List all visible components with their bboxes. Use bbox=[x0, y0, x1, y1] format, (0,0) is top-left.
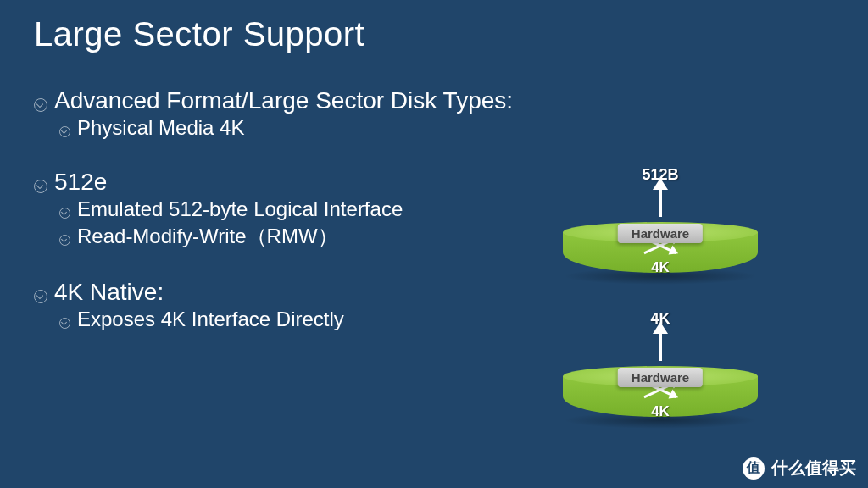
diagram-bottom-label: 4K bbox=[651, 403, 670, 420]
bullet-level1: 4K Native: bbox=[34, 279, 517, 306]
bullet-text: Advanced Format/Large Sector Disk Types: bbox=[54, 87, 513, 114]
watermark-text: 什么值得买 bbox=[771, 457, 856, 480]
diagrams-container: 512B Hardware 4K 4K Hardware 4K bbox=[563, 166, 758, 454]
bullet-text: Exposes 4K Interface Directly bbox=[77, 308, 344, 331]
bullet-level1: 512e bbox=[34, 169, 517, 196]
arrow-up-icon bbox=[659, 330, 662, 361]
arrow-up-icon bbox=[659, 186, 662, 217]
watermark: 值 什么值得买 bbox=[743, 457, 856, 480]
bullet-level2: Physical Media 4K bbox=[59, 116, 517, 140]
bullet-icon bbox=[59, 235, 70, 246]
hardware-label: Hardware bbox=[618, 224, 703, 243]
watermark-badge-icon: 值 bbox=[743, 458, 765, 480]
content-area: Advanced Format/Large Sector Disk Types:… bbox=[0, 53, 517, 331]
bullet-icon bbox=[34, 180, 47, 193]
bullet-text: Physical Media 4K bbox=[77, 116, 244, 140]
bullet-level2: Exposes 4K Interface Directly bbox=[59, 308, 517, 331]
hardware-label: Hardware bbox=[618, 368, 703, 387]
bullet-level1: Advanced Format/Large Sector Disk Types: bbox=[34, 87, 517, 114]
bullet-icon bbox=[59, 126, 70, 137]
bullet-text: Read-Modify-Write（RMW） bbox=[77, 223, 338, 250]
bullet-text: 4K Native: bbox=[54, 279, 164, 306]
bullet-level2: Read-Modify-Write（RMW） bbox=[59, 223, 517, 250]
bullet-text: 512e bbox=[54, 169, 107, 196]
diagram-4k-native: 4K Hardware 4K bbox=[563, 310, 758, 446]
bullet-icon bbox=[59, 208, 70, 219]
diagram-512e: 512B Hardware 4K bbox=[563, 166, 758, 302]
bullet-level2: Emulated 512-byte Logical Interface bbox=[59, 197, 517, 221]
bullet-text: Emulated 512-byte Logical Interface bbox=[77, 197, 403, 221]
diagram-bottom-label: 4K bbox=[651, 259, 670, 276]
slide-title: Large Sector Support bbox=[0, 0, 868, 53]
bullet-icon bbox=[34, 290, 47, 303]
bullet-icon bbox=[59, 318, 70, 329]
bullet-icon bbox=[34, 98, 47, 112]
